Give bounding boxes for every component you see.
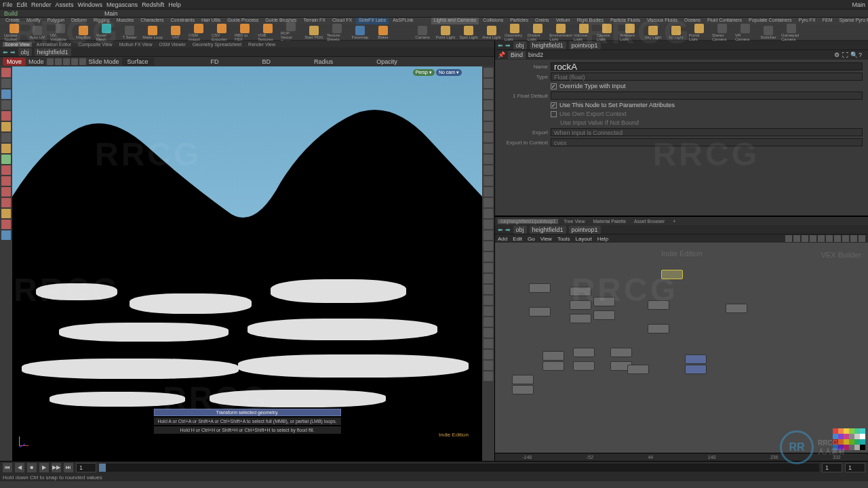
display-icon[interactable] [484,209,493,218]
pin-icon[interactable]: 📌 [498,52,505,58]
display-icon[interactable] [484,306,493,316]
tool-icon[interactable] [1,89,11,99]
type-select[interactable]: Float (float) [551,73,863,81]
shelf-tab[interactable]: FEM [820,18,835,24]
display-icon[interactable] [484,274,493,283]
tool-icon[interactable] [1,176,11,186]
tool-spotlight[interactable]: Spot Light [458,26,479,39]
tool-tex[interactable]: Texture Sheets [327,24,347,41]
vop-node[interactable] [726,304,747,313]
net-tool-icon[interactable] [850,235,857,242]
timeline-slider[interactable] [99,464,819,472]
tool-baker[interactable]: Baker [373,26,393,39]
tab-osm[interactable]: OSM Viewer [157,42,188,47]
tab-render[interactable]: Render View [246,42,277,47]
tab-mfx[interactable]: Motion FX View [117,42,155,47]
stop-button[interactable]: ■ [27,463,37,472]
first-frame-button[interactable]: ⏮ [3,463,12,472]
tool-portal[interactable]: GI Light [666,26,686,39]
shelf-tab[interactable]: Viscous Fluids [644,18,680,24]
camera-selector[interactable]: Persp ▾ No cam ▾ [413,69,462,76]
shelf-tab-active[interactable]: SideFX Labs [356,18,389,24]
display-icon[interactable] [484,328,493,338]
vop-node[interactable] [573,361,595,371]
display-icon[interactable] [484,230,493,240]
net-tool-icon[interactable] [859,235,865,242]
tool-sky[interactable]: Ambient Light [620,24,640,41]
expctx-input[interactable]: cvex [551,138,863,146]
move-button[interactable]: Move [3,58,26,66]
display-icon[interactable] [484,263,493,272]
display-icon[interactable] [484,68,493,77]
shelf-tab[interactable]: Deform [68,18,90,24]
tool-uvvis[interactable]: UV Visualize [50,24,71,41]
tool-arealight[interactable]: Area Light [481,26,502,39]
vop-node[interactable] [542,361,564,371]
gear-icon[interactable]: ⚙ [834,52,841,58]
tool-gamepad[interactable]: Gamepad Camera [781,24,802,41]
tool-icon[interactable] [1,220,11,229]
tab-asset[interactable]: Asset Browser [631,219,667,224]
tool-vdb[interactable]: VDB Textures [258,24,278,41]
tool-rop[interactable]: ROP Vector Field [281,22,301,43]
npath-pv[interactable]: pointvop1 [569,226,601,234]
tool-pointlight[interactable]: Point Light [435,26,456,39]
tool-icon[interactable] [1,165,11,175]
menu-megascans[interactable]: Megascans [106,1,138,8]
tool-icon[interactable] [1,122,11,131]
nocam-pill[interactable]: No cam ▾ [436,69,462,76]
display-icon[interactable] [484,79,493,88]
display-icon[interactable] [484,176,493,186]
tool-autouv[interactable]: Auto UV [27,26,47,39]
mode-icon[interactable] [71,58,78,65]
path-obj2[interactable]: obj [513,41,527,49]
tool-switcher[interactable]: Switcher [758,26,778,39]
expand-icon[interactable]: ⛶ [842,52,849,58]
persp-pill[interactable]: Persp ▾ [413,69,435,76]
surface-field[interactable]: Surface [122,58,154,66]
viewport-3d[interactable]: Persp ▾ No cam ▾ Transform selected geom… [12,66,482,461]
path-obj[interactable]: obj [18,48,32,56]
display-icon[interactable] [484,252,493,262]
path-pv[interactable]: pointvop1 [569,41,601,49]
display-icon[interactable] [484,241,493,251]
export-select[interactable]: When Input is Connected [551,128,863,136]
tab-add[interactable]: + [670,219,678,224]
display-icon[interactable] [484,198,493,207]
tool-icon[interactable] [1,198,11,207]
display-icon[interactable] [484,285,493,294]
display-icon[interactable] [484,220,493,229]
nmenu-layout[interactable]: Layout [576,236,592,242]
display-icon[interactable] [484,371,493,381]
tab-comp[interactable]: Composite View [76,42,114,47]
net-tool-icon[interactable] [834,235,841,242]
display-icon[interactable] [484,155,493,164]
net-tool-icon[interactable] [793,235,800,242]
vop-node[interactable] [570,287,591,296]
display-icon[interactable] [484,350,493,359]
tool-icon[interactable] [1,155,11,164]
display-icon[interactable] [484,144,493,153]
default-input[interactable] [551,92,863,100]
nmenu-help[interactable]: Help [597,236,608,242]
tool-volume[interactable]: Volume Light [574,24,594,41]
build-label[interactable]: Build [4,10,18,17]
shelf-tab[interactable]: Modify [24,18,43,24]
shelf-tab[interactable]: AsSPLink [390,18,416,24]
shelf-tab[interactable]: Characters [138,18,166,24]
arrow-icon[interactable] [1,100,11,110]
mode-icon[interactable] [47,58,54,65]
net-tool-icon[interactable] [842,235,849,242]
tool-flow[interactable]: Flowmap [350,26,370,39]
tool-vat[interactable]: VAT [165,26,186,39]
vop-node[interactable] [593,310,615,320]
vop-node[interactable] [648,300,669,310]
shelf-tab[interactable]: Collisions [480,18,506,24]
vop-node[interactable] [570,314,591,323]
select-tool-icon[interactable] [1,68,11,77]
vop-node[interactable] [685,365,707,374]
display-icon[interactable] [484,317,493,327]
path-hf2[interactable]: heightfield1 [530,41,566,49]
network-canvas[interactable]: Indie Edition VEX Builder [495,243,868,453]
help-icon[interactable]: ? [859,52,865,58]
